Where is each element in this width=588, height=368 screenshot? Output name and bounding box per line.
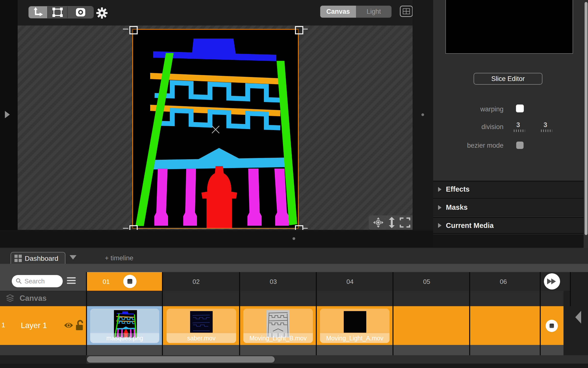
skip-column-cell <box>541 272 570 291</box>
current-media-section-header[interactable]: Current Media <box>433 217 584 234</box>
layer-stop-button[interactable] <box>546 320 558 332</box>
column-04-label: 04 <box>336 278 354 286</box>
canvas-zoom-toolbar <box>369 215 413 230</box>
column-header-03[interactable]: 03 <box>240 272 316 291</box>
tab-menu-chevron-icon[interactable] <box>70 255 76 260</box>
column-header-06[interactable]: 06 <box>470 272 540 291</box>
tool-segmented-control <box>28 6 94 18</box>
warping-label: warping <box>448 105 503 113</box>
stop-icon <box>550 324 554 328</box>
app-window: Canvas Light <box>0 0 588 368</box>
effects-section-label: Effects <box>446 185 470 193</box>
dashboard-grid-icon <box>14 255 22 262</box>
column-01-label: 01 <box>93 278 110 286</box>
slice-selection-border <box>132 29 299 229</box>
column-header-02[interactable]: 02 <box>163 272 239 291</box>
splitter-dot-icon <box>421 113 424 116</box>
bezier-mode-checkbox[interactable] <box>516 142 524 149</box>
media-name: Moving_Light_A.mov <box>320 333 390 343</box>
slice-handle-top-right[interactable] <box>295 26 303 34</box>
column-05-label: 05 <box>413 278 430 286</box>
current-media-section-label: Current Media <box>446 222 494 230</box>
move-tool-button[interactable] <box>29 6 47 18</box>
tab-dashboard[interactable]: Dashboard <box>11 252 65 264</box>
canvas-toggle-label: Canvas <box>326 8 350 15</box>
slice-editor-label: Slice Editor <box>491 75 525 83</box>
canvas-track-row[interactable]: Canvas <box>0 291 588 306</box>
slice-handle-top-left[interactable] <box>129 26 138 34</box>
media-name: saber.mov <box>167 333 236 343</box>
bezier-mode-label: bezier mode <box>448 142 503 149</box>
disclosure-triangle-icon <box>438 205 441 210</box>
stop-icon <box>127 279 132 284</box>
view-toggle-light[interactable]: Light <box>356 6 392 18</box>
canvas-row-label: Canvas <box>20 294 47 303</box>
warp-quad-icon <box>52 7 63 17</box>
expand-left-panel-icon[interactable] <box>5 111 10 118</box>
inspector-scrollbar[interactable] <box>585 2 588 235</box>
move-arrow-icon <box>32 7 44 18</box>
media-card-moving-light-b[interactable]: Moving_Light_B.mov <box>243 309 313 343</box>
media-name: masques.png <box>90 333 159 343</box>
canvas-workspace[interactable] <box>18 26 413 230</box>
layer-visibility-eye-icon[interactable] <box>64 322 74 329</box>
disclosure-triangle-icon <box>438 223 441 228</box>
search-input[interactable] <box>24 277 57 285</box>
division-x-field[interactable]: 3 <box>514 121 522 129</box>
board-menu-icon[interactable] <box>67 277 76 284</box>
layer-name[interactable]: Layer 1 <box>21 321 47 330</box>
fullscreen-icon[interactable] <box>400 217 410 228</box>
column-header-01[interactable]: 01 <box>86 272 162 291</box>
warping-checkbox[interactable] <box>516 105 524 112</box>
layer-lock-open-icon[interactable] <box>75 319 85 331</box>
panel-splitter-vertical[interactable] <box>413 0 433 248</box>
moving-light-a-thumbnail <box>344 311 366 333</box>
media-name: Moving_Light_B.mov <box>243 333 313 343</box>
layers-icon <box>6 294 14 302</box>
collapse-right-panel-icon[interactable] <box>575 311 581 324</box>
skip-forward-button[interactable] <box>544 273 560 289</box>
pan-dpad-icon[interactable] <box>373 217 383 228</box>
add-timeline-button[interactable]: + timeline <box>105 254 133 262</box>
slice-handle-bottom-right[interactable] <box>295 225 303 230</box>
splitter-dot-icon <box>293 237 295 240</box>
layer-index: 1 <box>1 321 5 329</box>
division-x-drag-ruler[interactable] <box>514 130 525 132</box>
slice-preview <box>445 0 573 54</box>
panel-splitter-horizontal[interactable] <box>0 230 433 248</box>
media-card-masques[interactable]: masques.png <box>90 309 159 343</box>
slice-handle-bottom-left[interactable] <box>129 225 138 230</box>
search-box[interactable] <box>12 275 63 287</box>
warp-tool-button[interactable] <box>47 6 67 18</box>
timeline-search-area <box>0 272 86 291</box>
division-y-value: 3 <box>543 121 547 129</box>
division-x-value: 3 <box>516 121 520 129</box>
column-06-label: 06 <box>490 278 507 286</box>
masks-section-header[interactable]: Masks <box>433 198 584 217</box>
mask-tool-button[interactable] <box>67 6 93 18</box>
media-card-saber[interactable]: saber.mov <box>167 309 236 343</box>
column-header-04[interactable]: 04 <box>317 272 392 291</box>
column-03-label: 03 <box>260 278 277 286</box>
division-label: division <box>448 123 503 131</box>
column-01-stop-button[interactable] <box>123 275 136 288</box>
settings-gear-icon[interactable] <box>96 7 108 20</box>
column-header-05[interactable]: 05 <box>393 272 469 291</box>
light-toggle-label: Light <box>367 8 381 15</box>
timeline-tab-bar <box>0 248 588 264</box>
slice-editor-button[interactable]: Slice Editor <box>474 73 542 85</box>
left-edge-strip <box>0 0 18 248</box>
timeline-scrollbar-thumb[interactable] <box>87 356 275 363</box>
fit-height-icon[interactable] <box>388 217 396 228</box>
disclosure-triangle-icon <box>438 187 441 192</box>
view-toggle-canvas[interactable]: Canvas <box>320 6 356 18</box>
division-y-drag-ruler[interactable] <box>541 130 552 132</box>
media-card-moving-light-a[interactable]: Moving_Light_A.mov <box>320 309 390 343</box>
saber-thumbnail <box>190 311 213 333</box>
output-grid-icon[interactable] <box>400 6 413 17</box>
mask-icon <box>76 8 86 17</box>
division-y-field[interactable]: 3 <box>541 121 549 129</box>
view-toggle: Canvas Light <box>320 6 392 18</box>
inspector-panel: Slice Editor warping division 3 3 bezier… <box>433 0 588 248</box>
effects-section-header[interactable]: Effects <box>433 181 584 197</box>
